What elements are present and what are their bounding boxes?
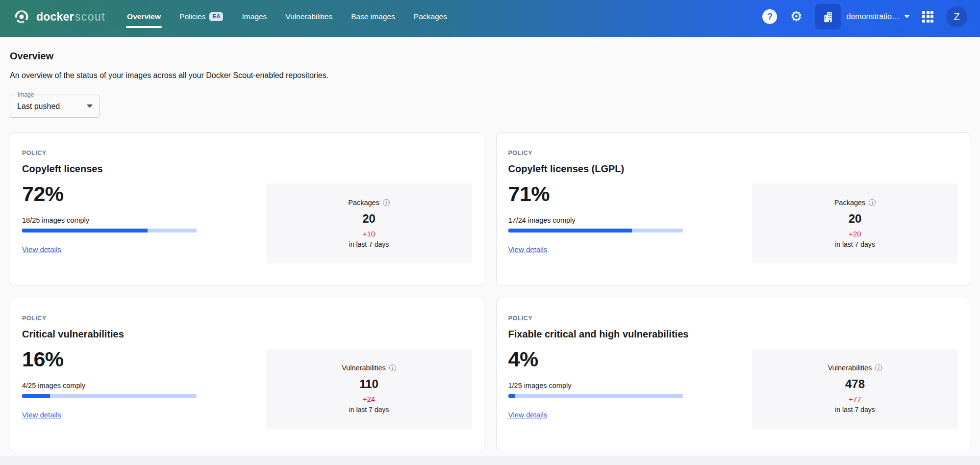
card-kicker: POLICY [508,150,958,156]
stat-label: Vulnerabilities [828,364,872,372]
card-title: Copyleft licenses [22,163,472,175]
stat-value: 478 [845,377,865,391]
main-content: Overview An overview of the status of yo… [0,37,980,456]
card-metrics: 72% 18/25 images comply View details [22,183,197,263]
card-metrics: 71% 17/24 images comply View details [508,183,683,263]
docker-scout-logo[interactable]: dockerscout [13,8,105,26]
card-kicker: POLICY [508,315,958,322]
progress-bar [22,394,197,398]
view-details-link[interactable]: View details [22,411,61,419]
progress-bar [508,229,683,232]
card-title: Copyleft licenses (LGPL) [508,163,958,175]
compliance-percent: 71% [508,183,683,205]
stat-label: Vulnerabilities [342,364,386,372]
stat-label: Packages [348,199,379,207]
compliance-percent: 4% [508,349,683,370]
stat-box: Packages i 20 +10 in last 7 days [266,183,472,263]
help-icon[interactable]: ? [762,9,777,24]
progress-bar-fill [508,394,515,398]
view-details-link[interactable]: View details [22,245,61,254]
nav-item-packages[interactable]: Packages [414,12,447,21]
apps-grid-icon[interactable] [922,11,933,23]
info-icon[interactable]: i [869,199,876,206]
stat-period: in last 7 days [349,240,389,248]
org-switcher[interactable]: demonstratio… [815,4,910,29]
image-filter-select[interactable]: Image Last pushed [10,95,100,118]
stat-delta: +77 [849,395,861,403]
nav-item-images[interactable]: Images [242,12,267,21]
stat-delta: +10 [363,230,375,238]
top-nav: dockerscout Overview Policies EA Images … [0,0,980,37]
card-metrics: 4% 1/25 images comply View details [508,349,683,429]
stat-period: in last 7 days [349,406,389,413]
scout-compass-icon [13,8,30,26]
card-kicker: POLICY [22,315,472,322]
nav-item-images-label: Images [242,12,267,21]
compliance-percent: 16% [22,349,197,370]
nav-item-overview-label: Overview [127,12,161,21]
nav-item-policies-label: Policies [179,12,205,21]
stat-box: Packages i 20 +20 in last 7 days [752,183,958,263]
page-subtitle: An overview of the status of your images… [10,71,970,80]
gear-icon[interactable]: ⚙︎ [790,10,802,24]
stat-label: Packages [834,199,866,207]
comply-text: 17/24 images comply [508,216,683,224]
stat-period: in last 7 days [835,406,875,413]
compliance-percent: 72% [22,183,197,205]
comply-text: 4/25 images comply [22,382,197,389]
info-icon[interactable]: i [389,364,396,371]
view-details-link[interactable]: View details [508,411,548,419]
card-title: Critical vulnerabilities [22,329,472,340]
policy-card-fixable-critical-high: POLICY Fixable critical and high vulnera… [496,298,971,451]
info-icon[interactable]: i [875,364,882,371]
avatar[interactable]: Z [946,6,967,27]
progress-bar [508,394,683,398]
comply-text: 1/25 images comply [508,382,683,389]
comply-text: 18/25 images comply [22,216,197,224]
nav-item-vulnerabilities[interactable]: Vulnerabilities [285,12,332,21]
page-title: Overview [10,37,970,62]
image-filter-value: Last pushed [17,102,87,111]
org-name: demonstratio… [847,12,900,21]
nav-item-base-images[interactable]: Base images [351,12,395,21]
nav-item-policies[interactable]: Policies EA [179,12,223,21]
policy-card-copyleft-licenses: POLICY Copyleft licenses 72% 18/25 image… [10,132,484,286]
progress-bar [22,229,197,232]
stat-box: Vulnerabilities i 478 +77 in last 7 days [752,349,958,429]
stat-value: 20 [849,212,862,226]
nav-links: Overview Policies EA Images Vulnerabilit… [127,12,447,21]
policy-card-critical-vulnerabilities: POLICY Critical vulnerabilities 16% 4/25… [10,298,484,451]
card-kicker: POLICY [22,150,472,156]
stat-value: 20 [362,212,376,226]
progress-bar-fill [22,229,148,232]
brand-docker: docker [36,10,74,23]
progress-bar-fill [22,394,50,398]
nav-item-vulnerabilities-label: Vulnerabilities [285,12,332,21]
image-filter-label: Image [15,91,36,98]
card-title: Fixable critical and high vulnerabilitie… [508,329,958,340]
building-icon [821,10,835,24]
stat-delta: +24 [363,395,375,403]
stat-period: in last 7 days [835,240,875,248]
progress-bar-fill [508,229,632,232]
ea-badge: EA [209,12,223,21]
select-caret-icon [87,104,93,108]
nav-item-base-images-label: Base images [351,12,395,21]
card-metrics: 16% 4/25 images comply View details [22,349,197,429]
stat-box: Vulnerabilities i 110 +24 in last 7 days [266,349,472,429]
nav-item-overview[interactable]: Overview [127,12,161,21]
chevron-down-icon [905,15,909,18]
stat-value: 110 [359,377,378,391]
stat-delta: +20 [849,230,861,238]
organization-chip [815,4,841,29]
nav-right-actions: ? ⚙︎ demonstratio… [762,4,967,29]
policy-cards-grid: POLICY Copyleft licenses 72% 18/25 image… [10,132,970,451]
info-icon[interactable]: i [383,199,390,206]
policy-card-copyleft-licenses-lgpl: POLICY Copyleft licenses (LGPL) 71% 17/2… [496,132,971,286]
nav-item-packages-label: Packages [414,12,447,21]
view-details-link[interactable]: View details [508,245,548,254]
brand-scout: scout [75,10,105,23]
